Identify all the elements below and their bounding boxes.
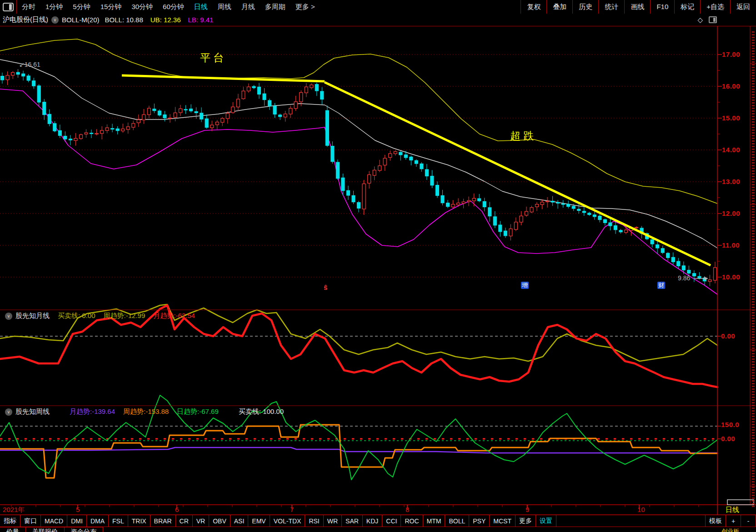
candle — [404, 155, 407, 158]
candle — [126, 127, 130, 129]
chevron-down-icon[interactable]: ∨ — [51, 16, 59, 24]
diamond-icon[interactable]: ◇ — [697, 16, 703, 24]
period-item[interactable]: 5分钟 — [68, 0, 95, 14]
split-window-icon[interactable] — [709, 16, 717, 23]
toolbar-item[interactable]: KDJ — [362, 515, 382, 527]
period-item[interactable]: 分时 — [17, 0, 40, 14]
period-item[interactable]: 周线 — [213, 0, 236, 14]
toolbar-item[interactable]: SAR — [341, 515, 363, 527]
top-button[interactable]: +自选 — [700, 0, 730, 14]
period-item[interactable]: 多周期 — [260, 0, 290, 14]
candle — [6, 75, 9, 80]
period-item[interactable]: 60分钟 — [158, 0, 189, 14]
candle — [708, 280, 711, 282]
toolbar-item[interactable]: ASI — [230, 515, 249, 527]
time-axis-year: 2021年 — [3, 506, 25, 514]
window-split-icon[interactable] — [3, 3, 14, 11]
bottom-tab[interactable]: 资金分布 — [64, 527, 103, 532]
bottom-tab[interactable]: 关联报价 — [25, 527, 65, 532]
candle — [1, 76, 4, 80]
top-button[interactable]: 统计 — [598, 0, 624, 14]
toolbar-item[interactable]: BOLL — [445, 515, 469, 527]
period-item[interactable]: 日线 — [189, 0, 213, 14]
event-flag-zeng[interactable]: 增 — [521, 282, 529, 289]
chart-canvas[interactable] — [0, 0, 756, 532]
toolbar-item[interactable]: MACD — [40, 515, 67, 527]
candle — [205, 119, 208, 127]
toolbar-right-item[interactable]: 模板 — [705, 515, 726, 527]
toolbar-item[interactable]: PSY — [469, 515, 490, 527]
time-axis-month-label: 7 — [290, 506, 294, 513]
indicator-name[interactable]: BOLL-M(20) — [62, 16, 100, 24]
toolbar-item[interactable]: MTM — [423, 515, 446, 527]
toolbar-item[interactable]: VR — [192, 515, 209, 527]
top-button[interactable]: F10 — [650, 0, 674, 14]
toolbar-item[interactable]: BRAR — [150, 515, 176, 527]
toolbar-item[interactable]: RSI — [305, 515, 323, 527]
toolbar-item[interactable]: EMV — [248, 515, 270, 527]
arrow-icon: ↙ — [19, 61, 25, 68]
event-flag-cai[interactable]: 财 — [657, 282, 665, 289]
toolbar-item[interactable]: DMA — [86, 515, 109, 527]
toolbar-right-item[interactable]: + — [726, 515, 741, 527]
top-button[interactable]: 标记 — [674, 0, 700, 14]
candle — [279, 115, 282, 117]
candle — [692, 273, 696, 276]
period-item[interactable]: 15分钟 — [95, 0, 127, 14]
candle — [467, 201, 471, 202]
period-item[interactable]: 更多 > — [290, 0, 320, 14]
period-item[interactable]: 1分钟 — [40, 0, 68, 14]
candle — [16, 72, 20, 74]
candle — [514, 222, 517, 229]
candle — [116, 129, 119, 130]
toolbar-item[interactable]: WR — [323, 515, 342, 527]
toolbar-item[interactable]: DMI — [67, 515, 87, 527]
right-strip-thumb[interactable] — [727, 500, 754, 505]
right-side-strip[interactable] — [751, 26, 756, 515]
monthly-panel-title[interactable]: 股先知月线 — [15, 312, 50, 320]
boll-mid-line — [0, 60, 717, 248]
candle — [671, 257, 675, 262]
candle — [541, 202, 544, 204]
top-button[interactable]: 历史 — [572, 0, 598, 14]
period-item[interactable]: 月线 — [236, 0, 260, 14]
toolbar-item[interactable]: 窗口 — [20, 515, 41, 527]
monthly-panel-header: ∨ 股先知月线 买卖线: 0.00 周趋势:-12.99 月趋势:-62.54 — [2, 312, 203, 320]
toolbar-right-item[interactable]: - — [741, 515, 756, 527]
candle — [226, 113, 229, 119]
price-axis-label: 16.00 — [722, 82, 740, 90]
toolbar-item[interactable]: CCI — [382, 515, 401, 527]
toolbar-item[interactable]: 更多 — [515, 515, 536, 527]
top-button[interactable]: 返回 — [730, 0, 756, 14]
candle — [410, 157, 413, 160]
time-axis-period-label: 日线 — [726, 506, 739, 514]
toolbar-item[interactable]: CR — [175, 515, 193, 527]
top-button[interactable]: 复权 — [521, 0, 546, 14]
candle — [682, 266, 685, 270]
candle — [635, 227, 638, 228]
weekly-panel-title[interactable]: 股先知周线 — [15, 408, 50, 416]
toolbar-item[interactable]: VOL-TDX — [270, 515, 305, 527]
toolbar-item[interactable]: 设置 — [536, 515, 556, 527]
toolbar-item[interactable]: 指标 — [0, 515, 20, 527]
top-button[interactable]: 叠加 — [546, 0, 572, 14]
chevron-down-icon[interactable]: ∨ — [5, 408, 12, 416]
top-button[interactable]: 画线 — [624, 0, 650, 14]
toolbar-item[interactable]: TRIX — [128, 515, 150, 527]
candle — [472, 198, 476, 200]
bottom-right-partial-text: 创业板 — [721, 527, 739, 532]
toolbar-item[interactable]: OBV — [209, 515, 230, 527]
toolbar-item[interactable]: MCST — [489, 515, 516, 527]
toolbar-item[interactable]: FSL — [108, 515, 128, 527]
chevron-down-icon[interactable]: ∨ — [5, 313, 12, 320]
candle — [195, 112, 198, 113]
indicator-toolbar: 指标窗口MACDDMIDMAFSLTRIXBRARCRVROBVASIEMVVO… — [0, 515, 756, 527]
candle — [457, 203, 460, 205]
candle — [284, 114, 287, 117]
toolbar-item[interactable]: ROC — [401, 515, 423, 527]
candle — [48, 114, 51, 124]
period-item[interactable]: 30分钟 — [126, 0, 158, 14]
ub-value: UB: 12.36 — [150, 16, 181, 24]
candle — [132, 124, 135, 127]
bottom-tab[interactable]: 价量 — [0, 527, 26, 532]
